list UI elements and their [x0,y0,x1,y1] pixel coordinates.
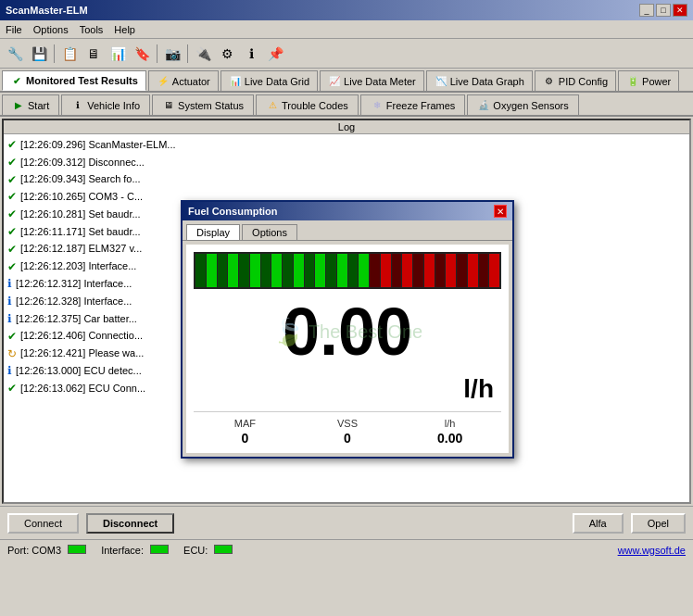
status-bar: Port: COM3 Interface: ECU: www.wgsoft.de [0,539,693,559]
bar-green-8 [359,254,369,287]
log-icon-success: ✔ [7,172,17,188]
bar-green-3 [250,254,260,287]
dialog-tab-display[interactable]: Display [186,224,240,240]
toolbar-icon-camera[interactable]: 📷 [161,43,183,65]
data-cell-maf: MAF 0 [194,418,296,446]
bar-dark-red-1 [370,254,380,287]
close-button[interactable]: ✕ [673,4,687,17]
menu-options[interactable]: Options [33,24,69,35]
log-icon-success: ✔ [7,224,17,240]
minimize-button[interactable]: _ [639,4,654,17]
disconnect-button[interactable]: Disconnect [86,513,174,534]
tab2-oxygen-sensors[interactable]: 🔬 Oxygen Sensors [467,94,578,115]
bottom-left-buttons: Connect Disconnect [7,513,174,534]
tab2-trouble-codes[interactable]: ⚠ Trouble Codes [256,94,359,115]
main-value: 0.00 [194,298,501,365]
bar-dark-green-4 [261,254,271,287]
data-label-vss: VSS [296,418,399,429]
toolbar-icon-screen[interactable]: 🖥 [82,43,105,65]
window-controls[interactable]: _ □ ✕ [639,4,687,17]
tab-row-1: ✔ Monitored Test Results ⚡ Actuator 📊 Li… [0,69,693,93]
data-value-lh: 0.00 [398,431,501,446]
tab2-start[interactable]: ▶ Start [2,94,59,115]
tab2-system-status[interactable]: 🖥 System Status [152,94,254,115]
interface-indicator [150,545,169,554]
tab2-icon-vehicle: ℹ [71,99,84,112]
tab-live-data-grid[interactable]: 📊 Live Data Grid [220,70,318,91]
data-value-maf: 0 [194,431,296,446]
dialog-tab-options[interactable]: Options [242,224,297,240]
toolbar-icon-bookmark[interactable]: 🔖 [131,43,153,65]
tab-live-data-graph[interactable]: 📉 Live Data Graph [426,70,533,91]
log-icon-info: ℹ [7,311,12,327]
data-row: MAF 0 VSS 0 l/h 0.00 [194,411,501,446]
bottom-bar: Connect Disconnect Alfa Opel [0,506,693,539]
menu-file[interactable]: File [6,24,22,35]
log-icon-info: ℹ [7,363,12,379]
window-title: ScanMaster-ELM [6,5,88,16]
toolbar-separator-1 [54,44,55,63]
tab-live-data-meter[interactable]: 📈 Live Data Meter [320,70,424,91]
tab2-icon-system: 🖥 [162,99,175,112]
tab2-icon-trouble: ⚠ [266,99,279,112]
toolbar-icon-info[interactable]: ℹ [240,43,262,65]
log-icon-success: ✔ [7,329,17,345]
bar-green-4 [271,254,282,287]
toolbar-icon-save[interactable]: 💾 [28,43,50,65]
ecu-indicator [214,545,233,554]
tab-icon-power: 🔋 [626,75,639,88]
tab2-icon-oxygen: 🔬 [477,99,490,112]
status-left: Port: COM3 Interface: ECU: [7,545,233,556]
tab-icon-actuator: ⚡ [157,75,170,88]
menu-help[interactable]: Help [114,24,135,35]
log-entry: ✔ [12:26:09.343] Search fo... [6,171,687,189]
toolbar-icon-settings[interactable]: ⚙ [216,43,238,65]
alfa-button[interactable]: Alfa [573,513,624,534]
log-icon-success: ✔ [7,189,17,205]
bar-red-3 [424,254,435,287]
bar-red-2 [402,254,412,287]
menu-tools[interactable]: Tools [80,24,104,35]
bar-red-1 [381,254,391,287]
log-icon-warn: ↻ [7,346,17,362]
bar-red-6 [489,254,499,287]
tab-monitored-test-results[interactable]: ✔ Monitored Test Results [2,70,146,91]
bar-dark-red-4 [435,254,446,287]
toolbar-icon-chart[interactable]: 📊 [107,43,129,65]
port-label: Port: COM3 [7,545,86,556]
toolbar-icon-pin[interactable]: 📌 [264,43,286,65]
tab-row-2: ▶ Start ℹ Vehicle Info 🖥 System Status ⚠… [0,93,693,117]
bargraph [194,252,501,289]
tab-icon-grid: 📊 [229,75,242,88]
log-title: Log [4,120,689,134]
tab-power[interactable]: 🔋 Power [618,70,679,91]
bottom-right-buttons: Alfa Opel [573,513,686,534]
data-value-vss: 0 [296,431,399,446]
data-label-maf: MAF [194,418,296,429]
bar-dark-green-2 [218,254,228,287]
tab-actuator[interactable]: ⚡ Actuator [148,70,219,91]
maximize-button[interactable]: □ [656,4,671,17]
website-link: www.wgsoft.de [618,545,686,556]
log-icon-success: ✔ [7,137,17,153]
toolbar-icon-connect[interactable]: 🔌 [192,43,214,65]
main-content: Log ✔ [12:26:09.296] ScanMaster-ELM... ✔… [0,117,693,506]
connect-button[interactable]: Connect [7,513,79,534]
bar-green-2 [228,254,238,287]
toolbar: 🔧 💾 📋 🖥 📊 🔖 📷 🔌 ⚙ ℹ 📌 [0,39,693,69]
log-entry: ✔ [12:26:09.296] ScanMaster-ELM... [6,136,687,154]
tab2-vehicle-info[interactable]: ℹ Vehicle Info [61,94,150,115]
opel-button[interactable]: Opel [631,513,686,534]
menu-bar: File Options Tools Help [0,20,693,39]
toolbar-icon-grid[interactable]: 📋 [58,43,81,65]
bar-green-5 [294,254,304,287]
tab2-freeze-frames[interactable]: ❄ Freeze Frames [360,94,466,115]
toolbar-icon-new[interactable]: 🔧 [4,43,26,65]
dialog-close-button[interactable]: ✕ [494,205,507,218]
bar-dark-green-5 [283,254,293,287]
main-value-container: 0.00 🍃 The Best One [194,298,501,365]
data-cell-vss: VSS 0 [296,418,399,446]
dialog-body: 0.00 🍃 The Best One l/h MAF 0 VSS 0 [186,245,509,453]
unit-label: l/h [194,374,501,404]
tab-pid-config[interactable]: ⚙ PID Config [535,70,616,91]
